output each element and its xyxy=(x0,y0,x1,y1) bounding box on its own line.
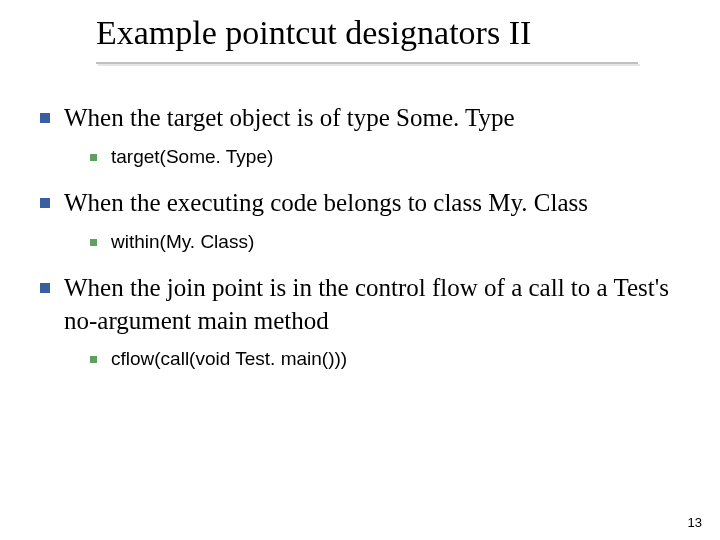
bullet-item: When the join point is in the control fl… xyxy=(40,272,680,337)
bullet-text: When the join point is in the control fl… xyxy=(64,272,680,337)
square-bullet-icon xyxy=(40,283,50,293)
bullet-text: When the executing code belongs to class… xyxy=(64,187,588,220)
slide: Example pointcut designators II When the… xyxy=(0,0,720,540)
bullet-text: When the target object is of type Some. … xyxy=(64,102,515,135)
bullet-item: When the target object is of type Some. … xyxy=(40,102,680,135)
square-bullet-icon xyxy=(40,113,50,123)
sub-bullet-item: target(Some. Type) xyxy=(90,145,680,170)
square-bullet-icon xyxy=(90,356,97,363)
sub-bullet-text: within(My. Class) xyxy=(111,230,254,255)
page-number: 13 xyxy=(688,515,702,530)
sub-bullet-text: cflow(call(void Test. main())) xyxy=(111,347,347,372)
title-underline-shadow xyxy=(98,64,640,66)
slide-title: Example pointcut designators II xyxy=(96,14,531,51)
bullet-item: When the executing code belongs to class… xyxy=(40,187,680,220)
square-bullet-icon xyxy=(40,198,50,208)
sub-bullet-item: within(My. Class) xyxy=(90,230,680,255)
square-bullet-icon xyxy=(90,239,97,246)
title-area: Example pointcut designators II xyxy=(96,14,531,51)
square-bullet-icon xyxy=(90,154,97,161)
sub-bullet-item: cflow(call(void Test. main())) xyxy=(90,347,680,372)
slide-body: When the target object is of type Some. … xyxy=(40,90,680,390)
sub-bullet-text: target(Some. Type) xyxy=(111,145,273,170)
